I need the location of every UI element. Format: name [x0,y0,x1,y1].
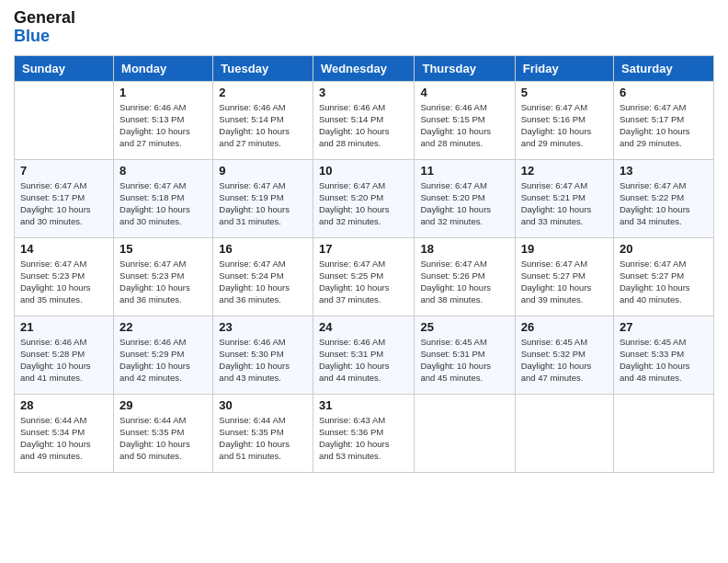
day-cell: 10Sunrise: 6:47 AM Sunset: 5:20 PM Dayli… [313,159,415,237]
day-info: Sunrise: 6:47 AM Sunset: 5:18 PM Dayligh… [119,179,207,228]
day-number: 29 [119,398,207,412]
day-cell: 13Sunrise: 6:47 AM Sunset: 5:22 PM Dayli… [614,159,714,237]
day-cell: 8Sunrise: 6:47 AM Sunset: 5:18 PM Daylig… [114,159,213,237]
day-number: 5 [521,86,608,99]
week-row-3: 14Sunrise: 6:47 AM Sunset: 5:23 PM Dayli… [15,237,714,316]
day-info: Sunrise: 6:47 AM Sunset: 5:19 PM Dayligh… [219,179,307,228]
calendar-table: SundayMondayTuesdayWednesdayThursdayFrid… [14,55,714,473]
day-number: 16 [219,242,307,256]
header-row: SundayMondayTuesdayWednesdayThursdayFrid… [15,55,714,81]
day-cell: 20Sunrise: 6:47 AM Sunset: 5:27 PM Dayli… [614,237,714,316]
day-cell: 15Sunrise: 6:47 AM Sunset: 5:23 PM Dayli… [114,237,213,316]
day-cell: 1Sunrise: 6:46 AM Sunset: 5:13 PM Daylig… [114,81,213,159]
day-info: Sunrise: 6:45 AM Sunset: 5:31 PM Dayligh… [420,336,508,385]
week-row-5: 28Sunrise: 6:44 AM Sunset: 5:34 PM Dayli… [15,394,714,472]
col-header-saturday: Saturday [614,55,714,81]
day-number: 27 [620,320,708,334]
day-cell: 14Sunrise: 6:47 AM Sunset: 5:23 PM Dayli… [15,237,114,316]
day-cell: 29Sunrise: 6:44 AM Sunset: 5:35 PM Dayli… [114,394,213,472]
col-header-monday: Monday [114,55,213,81]
day-number: 23 [219,320,307,334]
day-number: 31 [319,398,409,412]
day-cell: 24Sunrise: 6:46 AM Sunset: 5:31 PM Dayli… [313,316,415,394]
day-info: Sunrise: 6:43 AM Sunset: 5:36 PM Dayligh… [319,414,409,463]
day-info: Sunrise: 6:47 AM Sunset: 5:17 PM Dayligh… [620,101,708,150]
day-info: Sunrise: 6:46 AM Sunset: 5:13 PM Dayligh… [119,101,207,150]
day-info: Sunrise: 6:44 AM Sunset: 5:35 PM Dayligh… [119,414,207,463]
day-info: Sunrise: 6:47 AM Sunset: 5:17 PM Dayligh… [20,179,108,228]
day-number: 11 [420,164,508,178]
day-info: Sunrise: 6:47 AM Sunset: 5:25 PM Dayligh… [319,258,409,306]
day-cell: 9Sunrise: 6:47 AM Sunset: 5:19 PM Daylig… [213,159,313,237]
day-info: Sunrise: 6:47 AM Sunset: 5:27 PM Dayligh… [521,258,608,306]
day-cell: 30Sunrise: 6:44 AM Sunset: 5:35 PM Dayli… [213,394,313,472]
day-info: Sunrise: 6:47 AM Sunset: 5:21 PM Dayligh… [521,179,608,228]
day-cell: 21Sunrise: 6:46 AM Sunset: 5:28 PM Dayli… [15,316,114,394]
day-number: 13 [620,164,708,178]
day-info: Sunrise: 6:47 AM Sunset: 5:23 PM Dayligh… [119,258,207,306]
logo-text-line2: Blue [14,28,75,46]
day-info: Sunrise: 6:47 AM Sunset: 5:27 PM Dayligh… [620,258,708,306]
day-cell: 18Sunrise: 6:47 AM Sunset: 5:26 PM Dayli… [415,237,515,316]
day-cell: 17Sunrise: 6:47 AM Sunset: 5:25 PM Dayli… [313,237,415,316]
day-info: Sunrise: 6:45 AM Sunset: 5:33 PM Dayligh… [620,336,708,385]
day-info: Sunrise: 6:47 AM Sunset: 5:22 PM Dayligh… [620,179,708,228]
day-cell: 7Sunrise: 6:47 AM Sunset: 5:17 PM Daylig… [15,159,114,237]
day-cell: 4Sunrise: 6:46 AM Sunset: 5:15 PM Daylig… [415,81,515,159]
day-number: 15 [119,242,207,256]
col-header-wednesday: Wednesday [313,55,415,81]
day-number: 26 [521,320,608,334]
day-info: Sunrise: 6:44 AM Sunset: 5:35 PM Dayligh… [219,414,307,463]
day-cell: 5Sunrise: 6:47 AM Sunset: 5:16 PM Daylig… [515,81,613,159]
day-info: Sunrise: 6:46 AM Sunset: 5:14 PM Dayligh… [319,101,409,150]
week-row-1: 1Sunrise: 6:46 AM Sunset: 5:13 PM Daylig… [15,81,714,159]
day-info: Sunrise: 6:46 AM Sunset: 5:31 PM Dayligh… [319,336,409,385]
day-number: 17 [319,242,409,256]
day-number: 10 [319,164,409,178]
day-number: 7 [20,164,108,178]
day-number: 22 [119,320,207,334]
day-cell: 3Sunrise: 6:46 AM Sunset: 5:14 PM Daylig… [313,81,415,159]
day-number: 3 [319,86,409,99]
day-info: Sunrise: 6:46 AM Sunset: 5:14 PM Dayligh… [219,101,307,150]
day-cell: 25Sunrise: 6:45 AM Sunset: 5:31 PM Dayli… [415,316,515,394]
day-info: Sunrise: 6:44 AM Sunset: 5:34 PM Dayligh… [20,414,108,463]
day-info: Sunrise: 6:46 AM Sunset: 5:15 PM Dayligh… [420,101,508,150]
day-number: 20 [620,242,708,256]
header: General Blue General Blue [14,9,714,46]
day-cell: 28Sunrise: 6:44 AM Sunset: 5:34 PM Dayli… [15,394,114,472]
day-number: 2 [219,86,307,99]
day-cell [614,394,714,472]
day-cell: 12Sunrise: 6:47 AM Sunset: 5:21 PM Dayli… [515,159,613,237]
day-info: Sunrise: 6:46 AM Sunset: 5:28 PM Dayligh… [20,336,108,385]
logo-text-line1: General [14,9,75,28]
col-header-thursday: Thursday [415,55,515,81]
day-info: Sunrise: 6:46 AM Sunset: 5:30 PM Dayligh… [219,336,307,385]
day-number: 4 [420,86,508,99]
col-header-friday: Friday [515,55,613,81]
day-cell: 26Sunrise: 6:45 AM Sunset: 5:32 PM Dayli… [515,316,613,394]
day-cell: 19Sunrise: 6:47 AM Sunset: 5:27 PM Dayli… [515,237,613,316]
week-row-2: 7Sunrise: 6:47 AM Sunset: 5:17 PM Daylig… [15,159,714,237]
day-number: 25 [420,320,508,334]
logo: General Blue General Blue [14,9,75,46]
day-cell [515,394,613,472]
calendar-page: General Blue General Blue SundayMondayTu… [0,0,728,563]
day-number: 24 [319,320,409,334]
day-info: Sunrise: 6:46 AM Sunset: 5:29 PM Dayligh… [119,336,207,385]
day-number: 18 [420,242,508,256]
day-cell: 16Sunrise: 6:47 AM Sunset: 5:24 PM Dayli… [213,237,313,316]
day-info: Sunrise: 6:45 AM Sunset: 5:32 PM Dayligh… [521,336,608,385]
day-cell: 27Sunrise: 6:45 AM Sunset: 5:33 PM Dayli… [614,316,714,394]
day-number: 9 [219,164,307,178]
col-header-sunday: Sunday [15,55,114,81]
col-header-tuesday: Tuesday [213,55,313,81]
day-cell [15,81,114,159]
day-cell: 2Sunrise: 6:46 AM Sunset: 5:14 PM Daylig… [213,81,313,159]
day-number: 12 [521,164,608,178]
day-number: 1 [119,86,207,99]
week-row-4: 21Sunrise: 6:46 AM Sunset: 5:28 PM Dayli… [15,316,714,394]
day-number: 19 [521,242,608,256]
day-cell [415,394,515,472]
day-cell: 23Sunrise: 6:46 AM Sunset: 5:30 PM Dayli… [213,316,313,394]
